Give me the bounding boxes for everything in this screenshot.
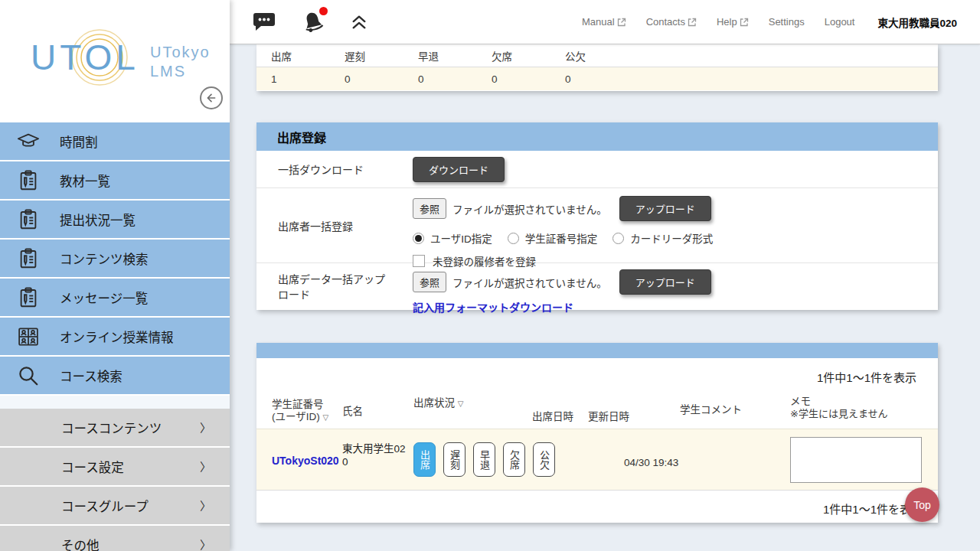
sidebar-item-course-group[interactable]: コースグループ 〉 — [0, 487, 230, 524]
contacts-link-label: Contacts — [646, 16, 685, 28]
attendance-absent-button[interactable]: 欠席 — [503, 442, 525, 477]
sidebar-item-content-search[interactable]: コンテンツ検索 — [0, 240, 230, 277]
student-id-link[interactable]: UTokyoSt020 — [272, 455, 339, 467]
sidebar-item-online-class-info[interactable]: オンライン授業情報 — [0, 318, 230, 355]
data-upload-label: 出席データ一括アップロード — [256, 263, 391, 309]
course-item-label: コースグループ — [61, 497, 149, 515]
sidebar-item-label: コンテンツ検索 — [60, 249, 149, 268]
column-header-memo: メモ ※学生には見えません — [790, 396, 888, 420]
sort-icon: ▽ — [323, 413, 329, 422]
table-top-bar — [256, 343, 938, 358]
attendance-present-button[interactable]: 出席 — [413, 442, 436, 477]
manual-link[interactable]: Manual — [582, 16, 626, 28]
sidebar-item-others[interactable]: その他 〉 — [0, 526, 230, 551]
course-item-label: その他 — [61, 536, 100, 551]
radio-student-card-number-label: 学生証番号指定 — [525, 230, 598, 246]
scroll-to-top-button[interactable]: Top — [905, 487, 939, 522]
logout-link-label: Logout — [825, 16, 855, 28]
student-table-header: 1件中1〜1件を表示 学生証番号 (ユーザID) ▽ 氏名 出席状況 ▽ 出席日… — [256, 358, 938, 429]
course-item-label: コース設定 — [61, 458, 124, 476]
notifications-icon[interactable] — [302, 11, 325, 34]
download-button[interactable]: ダウンロード — [413, 157, 505, 182]
sidebar-item-label: メッセージ一覧 — [60, 289, 148, 307]
update-time-value: 04/30 19:43 — [624, 457, 678, 468]
sidebar-item-course-search[interactable]: コース検索 — [0, 357, 230, 394]
status-button-group: 出席 遅刻 早退 欠席 公欠 — [413, 442, 555, 477]
column-header-student-id[interactable]: 学生証番号 (ユーザID) ▽ — [272, 399, 328, 423]
student-row: UTokyoSt020 東大用学生020 出席 遅刻 早退 欠席 公欠 04/3… — [256, 429, 938, 490]
settings-link[interactable]: Settings — [769, 16, 805, 28]
contacts-link[interactable]: Contacts — [646, 16, 697, 28]
main-area: Manual Contacts Help Settings Logout 東大用… — [230, 0, 980, 551]
summary-value: 0 — [345, 73, 418, 85]
attendance-registration-panel: 出席登録 一括ダウンロード ダウンロード 出席者一括登録 参照 ファイルが選択さ… — [256, 122, 938, 310]
format-download-link[interactable]: 記入用フォーマットダウンロード — [413, 299, 573, 315]
help-link-label: Help — [717, 16, 737, 28]
external-link-icon — [688, 18, 697, 27]
sidebar-item-course-contents[interactable]: コースコンテンツ 〉 — [0, 409, 230, 446]
clipboard-icon — [17, 286, 40, 309]
help-link[interactable]: Help — [717, 16, 749, 28]
sidebar-item-course-settings[interactable]: コース設定 〉 — [0, 448, 230, 485]
chevron-right-icon: 〉 — [200, 419, 211, 435]
sidebar-item-materials[interactable]: 教材一覧 — [0, 161, 230, 199]
column-header-line: ※学生には見えません — [790, 408, 888, 420]
external-link-icon — [617, 18, 626, 27]
summary-value-row: 1 0 0 0 0 — [256, 67, 938, 90]
sort-icon: ▽ — [458, 399, 464, 408]
column-header-status[interactable]: 出席状況 ▽ — [413, 397, 463, 409]
column-header-attend-time: 出席日時 — [532, 411, 573, 423]
bulk-download-label: 一括ダウンロード — [256, 151, 391, 187]
upload-button[interactable]: アップロード — [619, 269, 711, 295]
sidebar-collapse-button[interactable] — [200, 86, 223, 109]
pagination-text: 1件中1〜1件を表示 — [817, 369, 916, 385]
upload-button[interactable]: アップロード — [619, 196, 711, 221]
sidebar-item-timetable[interactable]: 時間割 — [0, 122, 230, 160]
logout-link[interactable]: Logout — [825, 16, 855, 28]
attendance-late-button[interactable]: 遅刻 — [443, 442, 466, 477]
attendance-early-leave-button[interactable]: 早退 — [473, 442, 495, 477]
radio-student-card-number[interactable] — [508, 233, 519, 244]
radio-user-id-label: ユーザID指定 — [430, 230, 492, 246]
radio-card-reader-label: カードリーダ形式 — [630, 230, 713, 246]
collapse-up-icon[interactable] — [351, 13, 368, 31]
chevron-right-icon: 〉 — [200, 497, 211, 514]
sidebar-item-messages[interactable]: メッセージ一覧 — [0, 279, 230, 316]
topbar-icons — [253, 11, 368, 34]
memo-input[interactable] — [790, 437, 922, 483]
sidebar-item-label: 教材一覧 — [60, 171, 110, 190]
data-upload-row: 出席データ一括アップロード 参照 ファイルが選択されていません。 アップロード … — [256, 263, 938, 309]
attendance-excused-absence-button[interactable]: 公欠 — [533, 442, 555, 477]
settings-link-label: Settings — [769, 16, 805, 28]
radio-card-reader[interactable] — [612, 233, 624, 244]
column-header-comment: 学生コメント — [680, 404, 742, 416]
summary-col-header: 出席 — [271, 48, 345, 64]
messages-icon[interactable] — [253, 11, 276, 32]
utol-logo-subtitle: UTokyo LMS — [150, 43, 211, 81]
sidebar-divider — [0, 396, 230, 409]
browse-button[interactable]: 参照 — [413, 198, 446, 219]
arrow-left-icon — [205, 92, 217, 104]
sidebar-item-submission-status[interactable]: 提出状況一覧 — [0, 201, 230, 238]
logo-area: UTOL UTokyo LMS — [0, 0, 230, 122]
summary-col-header: 公欠 — [565, 48, 639, 64]
summary-col-header: 早退 — [418, 48, 492, 64]
summary-value: 0 — [418, 73, 492, 85]
browse-button[interactable]: 参照 — [413, 272, 446, 292]
student-table-footer: 1件中1〜1件を表示 — [256, 490, 938, 522]
summary-col-header: 欠席 — [492, 48, 565, 64]
sidebar-item-label: 時間割 — [60, 132, 98, 151]
radio-user-id[interactable] — [413, 233, 424, 244]
attendee-bulk-label: 出席者一括登録 — [256, 188, 391, 262]
people-grid-icon — [17, 325, 40, 348]
summary-col-header: 遅刻 — [345, 48, 418, 64]
student-attendance-panel: 1件中1〜1件を表示 学生証番号 (ユーザID) ▽ 氏名 出席状況 ▽ 出席日… — [256, 343, 938, 523]
clipboard-icon — [17, 169, 40, 192]
student-name: 東大用学生020 — [342, 443, 407, 469]
summary-header-row: 出席 遅刻 早退 欠席 公欠 — [256, 44, 938, 67]
panel-title: 出席登録 — [256, 122, 938, 151]
attendee-bulk-row: 出席者一括登録 参照 ファイルが選択されていません。 アップロード ユーザID指… — [256, 188, 938, 263]
summary-value: 0 — [565, 73, 639, 85]
column-header-line: メモ — [790, 396, 888, 408]
no-file-text: ファイルが選択されていません。 — [452, 275, 607, 290]
